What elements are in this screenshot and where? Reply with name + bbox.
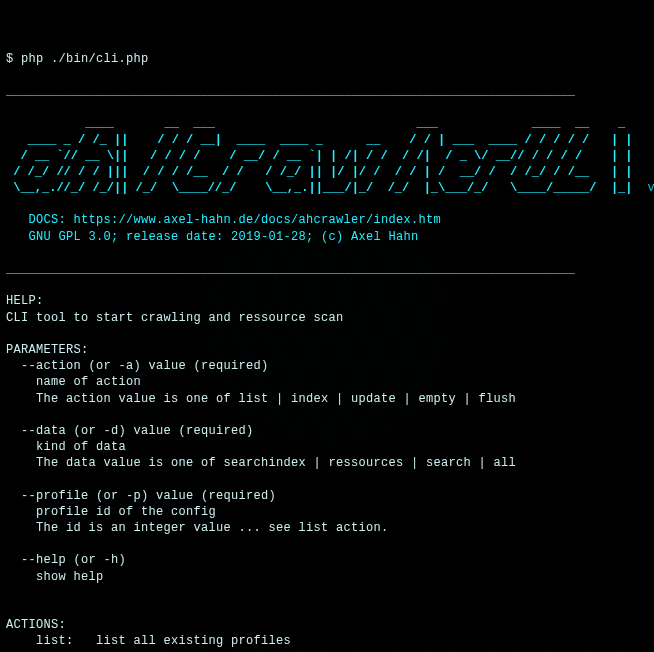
version: v0.48 bbox=[648, 181, 654, 195]
help-desc: CLI tool to start crawling and ressource… bbox=[6, 311, 344, 325]
param-data: --data (or -d) value (required) bbox=[6, 424, 254, 438]
license-line: GNU GPL 3.0; release date: 2019-01-28; (… bbox=[29, 230, 419, 244]
terminal-output: $ php ./bin/cli.php ____________________… bbox=[6, 34, 648, 652]
param-action: --action (or -a) value (required) bbox=[6, 359, 269, 373]
ascii-banner: ____ __ ___ ___ ____ __ _ ____ _ / /_ ||… bbox=[6, 116, 633, 195]
docs-line: DOCS: https://www.axel-hahn.de/docs/ahcr… bbox=[29, 213, 442, 227]
parameters-heading: PARAMETERS: bbox=[6, 343, 89, 357]
action-list: list: list all existing profiles bbox=[6, 634, 291, 648]
prompt-line: $ php ./bin/cli.php bbox=[6, 52, 149, 66]
rule-bottom: ________________________________________… bbox=[6, 262, 575, 276]
param-help: --help (or -h) bbox=[6, 553, 126, 567]
actions-heading: ACTIONS: bbox=[6, 618, 66, 632]
rule-top: ________________________________________… bbox=[6, 84, 575, 98]
help-heading: HELP: bbox=[6, 294, 44, 308]
param-profile: --profile (or -p) value (required) bbox=[6, 489, 276, 503]
